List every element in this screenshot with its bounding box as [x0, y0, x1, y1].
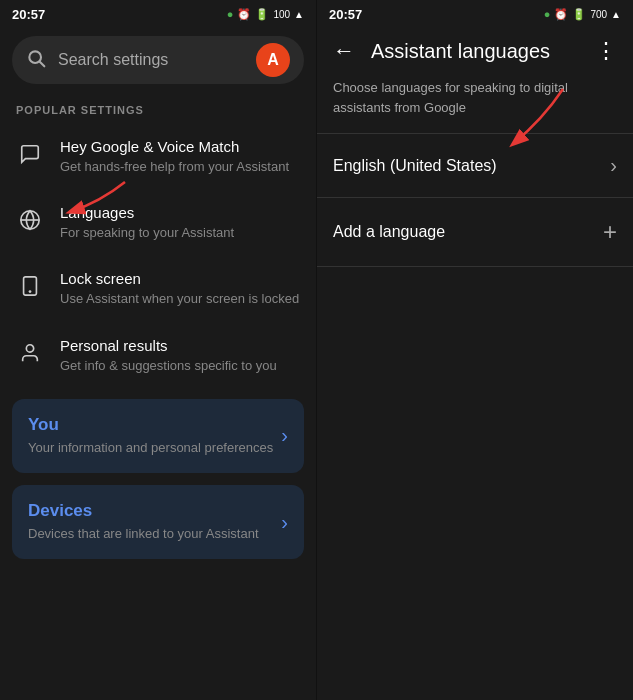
language-chevron: ›: [610, 154, 617, 177]
signal-icon: 100: [273, 9, 290, 20]
time-right: 20:57: [329, 7, 362, 22]
card-you-chevron: ›: [281, 424, 288, 447]
right-header: ← Assistant languages ⋮: [317, 28, 633, 74]
hey-google-text: Hey Google & Voice Match Get hands-free …: [60, 138, 289, 176]
card-devices-subtitle: Devices that are linked to your Assistan…: [28, 525, 259, 543]
card-you-subtitle: Your information and personal preference…: [28, 439, 273, 457]
right-panel: 20:57 ● ⏰ 🔋 700 ▲ ← Assistant languages …: [316, 0, 633, 700]
status-bar-right: 20:57 ● ⏰ 🔋 700 ▲: [317, 0, 633, 28]
settings-item-personal-results[interactable]: Personal results Get info & suggestions …: [0, 323, 316, 389]
card-you-title: You: [28, 415, 273, 435]
svg-line-1: [40, 62, 45, 67]
languages-title: Languages: [60, 204, 234, 221]
svg-point-7: [26, 344, 33, 351]
card-devices-chevron: ›: [281, 511, 288, 534]
battery-icon-right: 🔋: [572, 8, 586, 21]
language-name: English (United States): [333, 157, 497, 175]
globe-icon: [16, 206, 44, 234]
personal-results-subtitle: Get info & suggestions specific to you: [60, 357, 277, 375]
section-label: POPULAR SETTINGS: [0, 92, 316, 124]
person-icon: [16, 339, 44, 367]
add-language-label: Add a language: [333, 223, 445, 241]
settings-item-lock-screen[interactable]: Lock screen Use Assistant when your scre…: [0, 256, 316, 322]
card-devices-content: Devices Devices that are linked to your …: [28, 501, 259, 543]
add-icon: +: [603, 218, 617, 246]
add-language-item[interactable]: Add a language +: [317, 198, 633, 266]
page-title: Assistant languages: [371, 40, 579, 63]
personal-results-title: Personal results: [60, 337, 277, 354]
back-button[interactable]: ←: [333, 38, 355, 64]
card-you[interactable]: You Your information and personal prefer…: [12, 399, 304, 473]
search-bar[interactable]: Search settings A: [12, 36, 304, 84]
card-devices-title: Devices: [28, 501, 259, 521]
lock-screen-subtitle: Use Assistant when your screen is locked: [60, 290, 299, 308]
alarm-icon-right: ⏰: [554, 8, 568, 21]
settings-item-hey-google[interactable]: Hey Google & Voice Match Get hands-free …: [0, 124, 316, 190]
right-panel-content: English (United States) ›: [317, 134, 633, 197]
more-options-button[interactable]: ⋮: [595, 38, 617, 64]
avatar[interactable]: A: [256, 43, 290, 77]
signal-icon-right: 700: [590, 9, 607, 20]
personal-results-text: Personal results Get info & suggestions …: [60, 337, 277, 375]
hey-google-subtitle: Get hands-free help from your Assistant: [60, 158, 289, 176]
languages-text: Languages For speaking to your Assistant: [60, 204, 234, 242]
search-icon: [26, 48, 46, 72]
hey-google-title: Hey Google & Voice Match: [60, 138, 289, 155]
lock-screen-title: Lock screen: [60, 270, 299, 287]
status-icons-right: ● ⏰ 🔋 700 ▲: [544, 8, 621, 21]
wifi-icon-right: ▲: [611, 9, 621, 20]
battery-icon: 🔋: [255, 8, 269, 21]
wifi-icon: ▲: [294, 9, 304, 20]
card-you-content: You Your information and personal prefer…: [28, 415, 273, 457]
time-left: 20:57: [12, 7, 45, 22]
language-item-english[interactable]: English (United States) ›: [317, 134, 633, 197]
search-input: Search settings: [58, 51, 244, 69]
chat-icon: [16, 140, 44, 168]
phone-icon: [16, 272, 44, 300]
left-panel: 20:57 ● ⏰ 🔋 100 ▲ Search settings A POPU…: [0, 0, 316, 700]
page-description: Choose languages for speaking to digital…: [317, 74, 633, 133]
divider-bottom: [317, 266, 633, 267]
status-icons-left: ● ⏰ 🔋 100 ▲: [227, 8, 304, 21]
notification-icon: ●: [227, 8, 234, 20]
languages-subtitle: For speaking to your Assistant: [60, 224, 234, 242]
notification-icon-right: ●: [544, 8, 551, 20]
alarm-icon: ⏰: [237, 8, 251, 21]
lock-screen-text: Lock screen Use Assistant when your scre…: [60, 270, 299, 308]
status-bar-left: 20:57 ● ⏰ 🔋 100 ▲: [0, 0, 316, 28]
card-devices[interactable]: Devices Devices that are linked to your …: [12, 485, 304, 559]
settings-item-languages[interactable]: Languages For speaking to your Assistant: [0, 190, 316, 256]
